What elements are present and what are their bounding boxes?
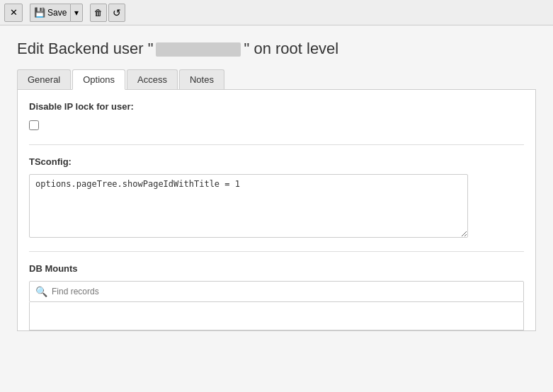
close-button[interactable]: ✕ [4,4,23,22]
tabs-bar: General Options Access Notes [17,69,536,90]
save-dropdown-button[interactable]: ▾ [70,4,83,22]
title-prefix: Edit Backend user " [17,40,153,57]
title-redacted [156,42,241,57]
tab-notes[interactable]: Notes [179,69,224,89]
disable-ip-lock-label: Disable IP lock for user: [29,101,524,112]
save-button[interactable]: 💾 Save [30,4,70,22]
db-mounts-list [29,302,524,330]
db-mounts-section: DB Mounts 🔍 [29,252,524,330]
disable-ip-lock-field [29,117,524,133]
page-title: Edit Backend user "" on root level [17,40,536,58]
tab-panel-options: Disable IP lock for user: TSconfig: opti… [17,90,536,331]
tab-general[interactable]: General [17,69,71,89]
db-mounts-search-box: 🔍 [29,281,524,302]
delete-button[interactable]: 🗑 [90,4,107,22]
tsconfig-label: TSconfig: [29,156,524,167]
save-label: Save [47,8,67,18]
title-suffix: " on root level [244,40,338,57]
trash-icon: 🗑 [94,8,103,18]
chevron-down-icon: ▾ [74,8,79,18]
db-mounts-label: DB Mounts [29,263,524,274]
disable-ip-lock-section: Disable IP lock for user: [29,101,524,145]
disable-ip-lock-checkbox[interactable] [29,120,39,130]
tsconfig-section: TSconfig: options.pageTree.showPageIdWit… [29,145,524,252]
close-icon: ✕ [10,7,18,18]
save-icon: 💾 [34,7,45,18]
reset-button[interactable]: ↺ [108,4,125,22]
reset-icon: ↺ [113,7,121,18]
page-content: Edit Backend user "" on root level Gener… [0,25,553,331]
tsconfig-textarea[interactable]: options.pageTree.showPageIdWithTitle = 1 [29,174,468,238]
tab-options[interactable]: Options [72,69,125,90]
db-mounts-search-input[interactable] [52,287,518,296]
toolbar: ✕ 💾 Save ▾ 🗑 ↺ [0,0,553,25]
search-icon: 🔍 [35,286,47,297]
save-group: 💾 Save ▾ [30,4,83,22]
tab-access[interactable]: Access [127,69,178,89]
